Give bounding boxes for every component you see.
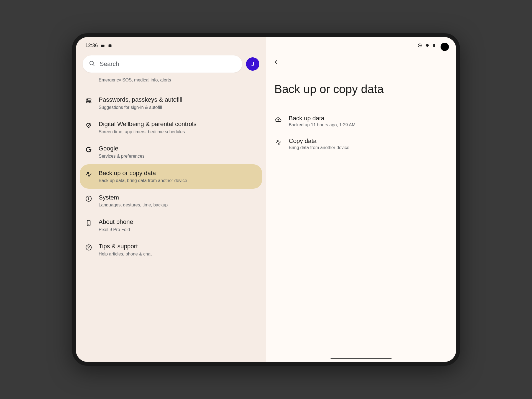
settings-item-system[interactable]: SystemLanguages, gestures, time, backup (80, 189, 262, 213)
dnd-icon (417, 43, 422, 48)
key-icon (85, 97, 93, 105)
settings-item-subtitle: Suggestions for sign-in & autofill (99, 104, 257, 111)
settings-item-about-phone[interactable]: About phonePixel 9 Pro Fold (80, 213, 262, 237)
sync-icon (274, 139, 282, 146)
page-title: Back up or copy data (266, 66, 456, 110)
settings-item-google[interactable]: GoogleServices & preferences (80, 140, 262, 164)
svg-rect-4 (434, 44, 434, 44)
back-button[interactable] (274, 58, 282, 66)
detail-item-subtitle: Backed up 11 hours ago, 1:29 AM (289, 122, 355, 127)
settings-detail-pane: Back up or copy data Back up dataBacked … (266, 37, 456, 362)
settings-item-title: Digital Wellbeing & parental controls (99, 120, 257, 128)
detail-item-subtitle: Bring data from another device (289, 145, 349, 150)
search-row: Search J (76, 53, 266, 77)
battery-icon (432, 43, 436, 48)
settings-item-title: Google (99, 145, 257, 153)
svg-rect-3 (433, 44, 435, 47)
settings-item-safety-emergency[interactable]: Emergency SOS, medical info, alerts (80, 77, 262, 91)
status-bar-left: 12:36 (85, 43, 112, 48)
settings-item-title: System (99, 194, 257, 202)
wellbeing-icon (85, 121, 93, 129)
settings-item-subtitle: Languages, gestures, time, backup (99, 202, 257, 208)
help-icon (85, 244, 93, 251)
account-avatar[interactable]: J (246, 57, 259, 71)
google-icon (85, 146, 93, 154)
video-call-icon (101, 44, 105, 48)
settings-item-subtitle: Back up data, bring data from another de… (99, 178, 257, 184)
settings-item-subtitle: Emergency SOS, medical info, alerts (99, 77, 257, 83)
settings-item-title: Passwords, passkeys & autofill (99, 96, 257, 104)
search-placeholder: Search (100, 60, 119, 68)
settings-item-subtitle: Pixel 9 Pro Fold (99, 227, 257, 233)
status-bar-right (417, 43, 436, 48)
svg-point-8 (87, 99, 88, 100)
svg-point-5 (90, 61, 93, 65)
settings-item-subtitle: Screen time, app timers, bedtime schedul… (99, 129, 257, 135)
detail-item-backup-data[interactable]: Back up dataBacked up 11 hours ago, 1:29… (266, 110, 456, 132)
svg-point-13 (88, 197, 89, 198)
svg-line-6 (93, 64, 94, 66)
none-partial-icon (85, 78, 93, 86)
settings-list[interactable]: Emergency SOS, medical info, alertsPassw… (76, 77, 266, 262)
cast-icon (108, 44, 112, 48)
settings-item-backup[interactable]: Back up or copy dataBack up data, bring … (80, 164, 262, 189)
navigation-handle[interactable] (331, 358, 392, 359)
detail-item-title: Copy data (289, 137, 349, 145)
search-input[interactable]: Search (83, 55, 242, 73)
settings-item-title: About phone (99, 218, 257, 226)
svg-point-17 (88, 249, 89, 249)
detail-header (266, 53, 456, 66)
status-time: 12:36 (85, 43, 98, 48)
detail-list: Back up dataBacked up 11 hours ago, 1:29… (266, 110, 456, 155)
settings-item-tips-support[interactable]: Tips & supportHelp articles, phone & cha… (80, 237, 262, 262)
detail-item-copy-data[interactable]: Copy dataBring data from another device (266, 132, 456, 155)
sync-icon (85, 170, 93, 178)
settings-item-subtitle: Services & preferences (99, 153, 257, 159)
cloud-icon (274, 116, 282, 124)
camera-cutout (441, 43, 449, 51)
settings-item-title: Back up or copy data (99, 169, 257, 177)
device-frame: 12:36 Search J Emergency SO (72, 33, 460, 366)
search-icon (89, 60, 95, 68)
settings-item-passwords[interactable]: Passwords, passkeys & autofillSuggestion… (80, 91, 262, 115)
detail-item-title: Back up data (289, 115, 355, 122)
phone-icon (85, 219, 93, 227)
info-icon (85, 195, 93, 203)
settings-item-title: Tips & support (99, 242, 257, 250)
settings-list-pane: Search J Emergency SOS, medical info, al… (76, 37, 266, 362)
settings-item-digital-wellbeing[interactable]: Digital Wellbeing & parental controlsScr… (80, 115, 262, 140)
wifi-icon (424, 43, 430, 48)
svg-rect-0 (109, 44, 112, 47)
settings-item-subtitle: Help articles, phone & chat (99, 251, 257, 257)
svg-point-10 (89, 102, 90, 103)
